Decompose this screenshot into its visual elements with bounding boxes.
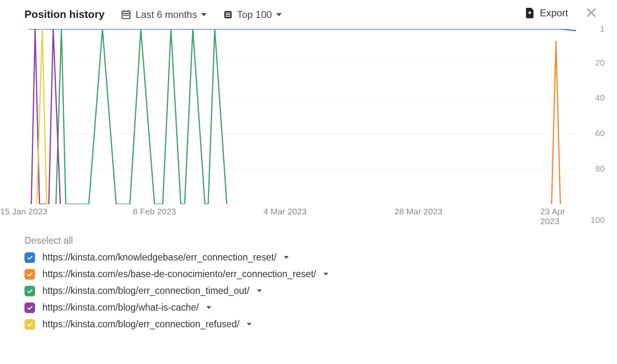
chevron-down-icon[interactable] — [284, 256, 289, 259]
list-icon — [223, 10, 233, 20]
y-axis-tick-100: 100 — [590, 215, 605, 225]
legend-checkbox[interactable] — [24, 286, 35, 296]
chart-area: 120406080 — [29, 29, 576, 204]
x-axis-labels: 15 Jan 20238 Feb 20234 Mar 202328 Mar 20… — [12, 207, 593, 219]
deselect-all-button[interactable]: Deselect all — [24, 235, 617, 246]
svg-rect-10 — [226, 16, 230, 17]
y-axis-tick: 1 — [600, 24, 605, 34]
date-range-label: Last 6 months — [135, 9, 197, 20]
position-history-chart — [29, 29, 576, 204]
legend-url: https://kinsta.com/blog/what-is-cache/ — [42, 302, 199, 313]
y-axis-tick: 60 — [595, 128, 605, 138]
svg-rect-3 — [126, 15, 127, 16]
x-axis-tick: 28 Mar 2023 — [394, 207, 442, 216]
download-file-icon — [525, 8, 534, 18]
legend-checkbox[interactable] — [24, 269, 35, 280]
svg-rect-4 — [128, 15, 129, 16]
svg-rect-8 — [226, 13, 230, 13]
x-axis-tick: 8 Feb 2023 — [133, 207, 176, 216]
legend-url: https://kinsta.com/blog/err_connection_t… — [42, 285, 250, 296]
export-label: Export — [540, 7, 568, 19]
legend-url: https://kinsta.com/blog/err_connection_r… — [42, 319, 239, 330]
chevron-down-icon — [276, 13, 282, 16]
legend-checkbox[interactable] — [24, 252, 35, 263]
top-filter[interactable]: Top 100 — [223, 9, 281, 20]
export-button[interactable]: Export — [525, 7, 568, 19]
chevron-down-icon[interactable] — [257, 289, 262, 292]
chevron-down-icon[interactable] — [206, 306, 211, 309]
legend-item: https://kinsta.com/es/base-de-conocimien… — [24, 269, 617, 280]
legend-url: https://kinsta.com/es/base-de-conocimien… — [42, 269, 316, 280]
svg-rect-9 — [226, 14, 230, 15]
chart-legend: Deselect all https://kinsta.com/knowledg… — [24, 235, 617, 330]
y-axis-tick: 40 — [595, 93, 605, 103]
close-icon — [586, 7, 597, 18]
header-bar: Position history Last 6 months Top 100 — [0, 0, 617, 25]
y-axis-tick: 20 — [595, 58, 605, 68]
calendar-icon — [121, 9, 131, 20]
x-axis-tick: 15 Jan 2023 — [0, 207, 48, 216]
y-axis-labels: 120406080 — [580, 29, 605, 204]
legend-checkbox[interactable] — [24, 319, 35, 330]
top-filter-label: Top 100 — [237, 9, 272, 20]
chevron-down-icon — [201, 13, 207, 16]
y-axis-tick: 80 — [595, 164, 605, 174]
legend-item: https://kinsta.com/blog/err_connection_t… — [24, 285, 617, 296]
legend-item: https://kinsta.com/blog/what-is-cache/ — [24, 302, 617, 313]
legend-item: https://kinsta.com/knowledgebase/err_con… — [24, 252, 617, 263]
legend-item: https://kinsta.com/blog/err_connection_r… — [24, 319, 617, 330]
svg-rect-2 — [124, 15, 125, 16]
x-axis-tick: 23 Apr 2023 — [540, 207, 575, 226]
page-title: Position history — [24, 8, 104, 21]
x-axis-tick: 4 Mar 2023 — [263, 207, 307, 216]
chevron-down-icon[interactable] — [323, 273, 328, 276]
legend-checkbox[interactable] — [24, 302, 35, 313]
date-range-filter[interactable]: Last 6 months — [121, 9, 207, 20]
close-button[interactable] — [586, 7, 597, 20]
legend-url: https://kinsta.com/knowledgebase/err_con… — [42, 252, 276, 263]
chevron-down-icon[interactable] — [247, 323, 252, 326]
